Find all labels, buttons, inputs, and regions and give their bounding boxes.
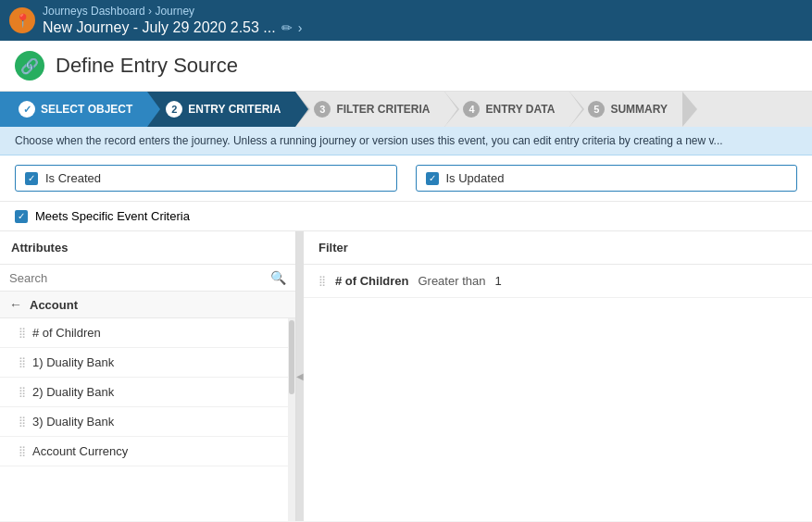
is-created-option[interactable]: ✓ Is Created [15, 165, 397, 192]
meets-specific-checkbox[interactable]: ✓ [15, 210, 28, 223]
section-icon: 🔗 [15, 51, 44, 81]
attributes-panel: Attributes 🔍 ← Account ⣿ # of Children ⣿… [0, 231, 296, 521]
step-2-num: 2 [166, 101, 182, 118]
chevron-icon[interactable]: › [298, 20, 303, 35]
step-5-label: SUMMARY [610, 103, 668, 116]
filter-title: Filter [304, 231, 812, 265]
attr-item-label: Account Currency [32, 444, 128, 458]
attr-item-label: 3) Duality Bank [32, 415, 114, 429]
step-1-num: ✓ [19, 101, 35, 118]
step-5-num: 5 [588, 101, 605, 118]
filter-panel: Filter ⣿ # of Children Greater than 1 [304, 231, 812, 521]
filter-field: # of Children [335, 274, 408, 288]
step-1-label: SELECT OBJECT [41, 103, 132, 116]
step-filter-criteria[interactable]: 3 FILTER CRITERIA [295, 92, 444, 127]
is-updated-label: Is Updated [446, 171, 505, 185]
attr-item-label: 2) Duality Bank [32, 385, 114, 399]
search-icon[interactable]: 🔍 [270, 270, 286, 285]
filter-value: 1 [494, 274, 501, 288]
step-4-num: 4 [463, 101, 480, 118]
drag-handle-icon: ⣿ [19, 386, 25, 398]
attributes-list: ⣿ # of Children ⣿ 1) Duality Bank ⣿ 2) D… [0, 318, 295, 521]
account-header: ← Account [0, 292, 295, 318]
breadcrumb-link[interactable]: Journeys Dashboard [43, 5, 145, 18]
drag-handle-icon: ⣿ [19, 416, 25, 428]
attr-item-label: 1) Duality Bank [32, 355, 114, 369]
drag-handle-icon: ⣿ [19, 327, 25, 339]
filter-operator: Greater than [418, 274, 485, 288]
section-title: Define Entry Source [56, 54, 238, 78]
breadcrumb: Journeys Dashboard › Journey [43, 5, 302, 18]
step-select-object[interactable]: ✓ SELECT OBJECT [0, 92, 147, 127]
drag-handle-icon: ⣿ [19, 356, 25, 368]
section-header: 🔗 Define Entry Source [0, 41, 812, 92]
filter-drag-icon: ⣿ [319, 275, 326, 287]
attr-item-label: # of Children [32, 326, 101, 340]
scroll-thumb[interactable] [289, 320, 294, 394]
is-updated-checkbox[interactable]: ✓ [426, 172, 439, 185]
is-updated-option[interactable]: ✓ Is Updated [416, 165, 798, 192]
drag-handle-icon: ⣿ [19, 445, 25, 457]
description-text: Choose when the record enters the journe… [15, 134, 723, 147]
is-created-checkbox[interactable]: ✓ [25, 172, 38, 185]
main-content: Attributes 🔍 ← Account ⣿ # of Children ⣿… [0, 231, 812, 521]
app-icon: 📍 [9, 7, 35, 33]
list-item[interactable]: ⣿ 1) Duality Bank [0, 348, 295, 378]
criteria-row: ✓ Is Created ✓ Is Updated [0, 155, 812, 202]
step-2-label: ENTRY CRITERIA [188, 103, 281, 116]
attributes-title: Attributes [0, 231, 295, 265]
is-created-label: Is Created [45, 171, 101, 185]
step-4-label: ENTRY DATA [485, 103, 555, 116]
search-input[interactable] [9, 271, 265, 285]
list-item[interactable]: ⣿ 2) Duality Bank [0, 378, 295, 407]
page-title: New Journey - July 29 2020 2.53 ... ✏ › [43, 19, 302, 36]
list-item[interactable]: ⣿ 3) Duality Bank [0, 407, 295, 437]
step-entry-data[interactable]: 4 ENTRY DATA [444, 92, 569, 127]
edit-icon[interactable]: ✏ [281, 20, 293, 35]
account-label: Account [30, 298, 78, 312]
back-arrow-icon[interactable]: ← [9, 297, 22, 312]
search-box: 🔍 [0, 265, 295, 292]
list-item[interactable]: ⣿ Account Currency [0, 437, 295, 466]
top-bar: 📍 Journeys Dashboard › Journey New Journ… [0, 0, 812, 41]
step-summary[interactable]: 5 SUMMARY [569, 92, 682, 127]
list-item[interactable]: ⣿ # of Children [0, 318, 295, 348]
description-bar: Choose when the record enters the journe… [0, 127, 812, 155]
step-3-num: 3 [314, 101, 331, 118]
step-bar: ✓ SELECT OBJECT 2 ENTRY CRITERIA 3 FILTE… [0, 92, 812, 127]
resize-handle[interactable]: ◀ [296, 231, 304, 521]
meets-specific-label: Meets Specific Event Criteria [35, 209, 190, 223]
step-3-label: FILTER CRITERIA [336, 103, 430, 116]
filter-row: ⣿ # of Children Greater than 1 [304, 265, 812, 298]
step-entry-criteria[interactable]: 2 ENTRY CRITERIA [147, 92, 295, 127]
breadcrumb-current: Journey [155, 5, 194, 18]
scroll-track [288, 318, 295, 521]
meets-specific-row: ✓ Meets Specific Event Criteria [0, 202, 812, 231]
